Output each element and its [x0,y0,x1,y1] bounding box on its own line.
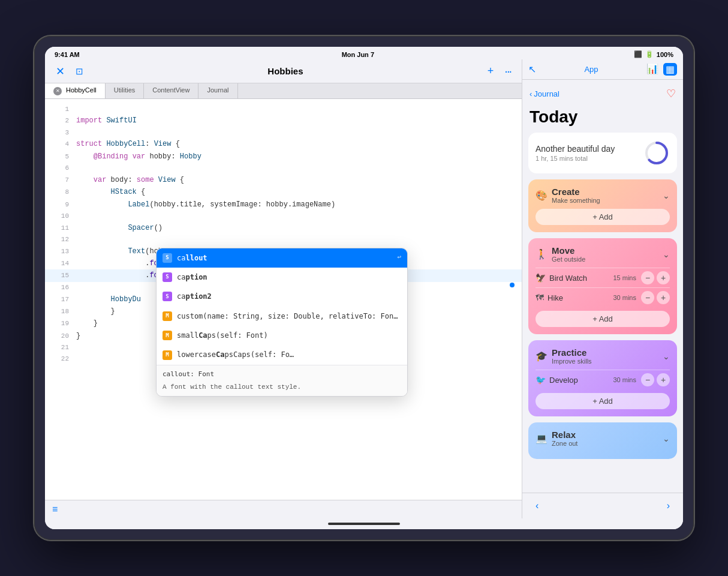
ac-item-callout[interactable]: S callout ↩ [157,248,407,268]
code-area[interactable]: 1 2import SwiftUI 3 4struct HobbyCell: V… [45,99,522,500]
file-tabs: ✕ HobbyCell Utilities ContentView Journa… [45,83,522,99]
relax-chevron-icon[interactable]: ⌄ [663,434,670,443]
editor-list-icon[interactable]: ≡ [52,504,58,515]
code-line-12: 12 [45,234,522,245]
practice-subtitle: Improve skills [552,358,592,365]
tab-utilities[interactable]: Utilities [106,83,144,98]
practice-titles: Practice Improve skills [552,347,592,365]
back-chevron-icon: ‹ [530,89,532,98]
relax-titles: Relax Zone out [552,430,577,447]
preview-toolbar: ↖ App 📊 ▦ [522,59,683,80]
move-chevron-icon[interactable]: ⌄ [663,250,670,259]
progress-circle [643,140,670,166]
move-title-area: 🚶 Move Get outside [536,245,585,263]
status-bar: 9:41 AM Mon Jun 7 ⬛ 🔋 100% [45,47,683,59]
ac-label-callout: callout [177,252,207,264]
ipad-screen: 9:41 AM Mon Jun 7 ⬛ 🔋 100% ✕ ⊡ Hobbies +… [45,47,683,529]
ac-item-lowercasecaps[interactable]: M lowercaseCapsCaps(self: Fo… [157,345,407,364]
ac-label-lowercasecaps: lowercaseCapsCaps(self: Fo… [177,349,294,361]
more-options-button[interactable]: ··· [502,63,513,79]
ipad-frame: 9:41 AM Mon Jun 7 ⬛ 🔋 100% ✕ ⊡ Hobbies +… [34,36,694,540]
status-right: ⬛ 🔋 100% [634,50,673,58]
develop-item: 🐦 Develop 30 mins − + [536,370,670,389]
journal-title: Today [528,107,677,127]
code-line-7: 7 var body: some View { [45,174,522,186]
code-panel: ✕ ⊡ Hobbies + ··· ✕ HobbyCell Utilities [45,59,522,518]
create-add-button[interactable]: + Add [536,209,670,225]
ac-badge-m1: M [163,311,172,321]
code-bottom-toolbar: ≡ [45,500,522,518]
chart-icon[interactable]: 📊 [646,63,658,76]
develop-icon: 🐦 [536,375,546,385]
ac-desc-text: A font with the callout text style. [163,382,401,393]
practice-title-area: 🎓 Practice Improve skills [536,347,592,365]
tab-contentview[interactable]: ContentView [144,83,198,98]
battery-icon: 🔋 [645,50,654,58]
ac-item-custom[interactable]: M custom(name: String, size: Double, rel… [157,307,407,326]
close-tab-icon[interactable]: ✕ [53,87,62,95]
code-line-4: 4struct HobbyCell: View { [45,138,522,150]
tab-label-utilities: Utilities [114,86,135,94]
code-line-9: 9 Label(hobby.title, systemImage: hobby.… [45,199,522,211]
prev-button[interactable]: ‹ [531,498,543,514]
preview-panel: ↖ App 📊 ▦ ‹ Journal [522,59,683,518]
ac-label-caption: caption [177,271,207,283]
code-line-11: 11 Spacer() [45,222,522,234]
create-title-area: 🎨 Create Make something [536,187,600,204]
tab-label-journal: Journal [207,86,228,94]
ac-label-custom: custom(name: String, size: Double, relat… [177,310,398,322]
battery-percent: 100% [657,51,673,58]
journal-back-button[interactable]: ‹ Journal [530,89,559,98]
code-line-8: 8 HStack { [45,186,522,198]
progress-svg [643,140,670,166]
ac-item-caption2[interactable]: S caption2 [157,287,407,306]
app-container: ✕ ⊡ Hobbies + ··· ✕ HobbyCell Utilities [45,59,683,518]
bird-watch-icon: 🦅 [536,273,546,283]
move-title: Move [552,245,585,256]
tab-hobbycell[interactable]: ✕ HobbyCell [45,83,106,98]
tab-label-contentview: ContentView [152,86,189,94]
create-title: Create [552,187,600,197]
relax-subtitle: Zone out [552,440,577,447]
next-button[interactable]: › [662,498,675,514]
ac-label-caption2: caption2 [177,290,212,302]
heart-icon[interactable]: ♡ [666,87,676,100]
create-chevron-icon[interactable]: ⌄ [663,191,670,200]
hike-plus-button[interactable]: + [657,291,670,304]
practice-icon: 🎓 [536,350,547,362]
sidebar-toggle-button[interactable]: ⊡ [73,65,86,78]
breakpoint-indicator [510,283,515,287]
develop-minus-button[interactable]: − [641,373,654,386]
code-toolbar: ✕ ⊡ Hobbies + ··· [45,59,522,83]
ac-item-caption[interactable]: S caption [157,268,407,287]
move-add-button[interactable]: + Add [536,311,670,327]
close-button[interactable]: ✕ [53,64,67,79]
app-tab[interactable]: App [578,63,604,76]
move-titles: Move Get outside [552,245,585,263]
relax-card-header: 💻 Relax Zone out ⌄ [536,430,670,447]
practice-title: Practice [552,347,592,358]
practice-chevron-icon[interactable]: ⌄ [663,352,670,361]
bird-watch-minus-button[interactable]: − [641,271,654,284]
create-icon: 🎨 [536,190,547,201]
practice-add-button[interactable]: + Add [536,393,670,409]
ac-badge-m3: M [163,350,172,360]
bird-watch-item: 🦅 Bird Watch 15 mins − + [536,268,670,287]
ac-description: callout: Font A font with the callout te… [157,365,407,396]
cursor-tool-icon[interactable]: ↖ [528,64,536,75]
today-text-area: Another beautiful day 1 hr, 15 mins tota… [536,144,637,162]
develop-time: 30 mins [613,376,636,383]
ac-item-smallcaps[interactable]: M smallCaps(self: Font) [157,326,407,345]
device-icon[interactable]: ▦ [663,63,677,76]
code-line-1: 1 [45,104,522,115]
category-card-relax: 💻 Relax Zone out ⌄ [528,422,677,459]
bird-watch-plus-button[interactable]: + [657,271,670,284]
journal-content[interactable]: ‹ Journal ♡ Today Another beautiful day … [522,80,683,493]
ac-badge-m2: M [163,331,172,340]
add-file-button[interactable]: + [485,64,497,79]
category-card-practice: 🎓 Practice Improve skills ⌄ 🐦 Develop [528,340,677,416]
tab-journal[interactable]: Journal [198,83,237,98]
develop-plus-button[interactable]: + [657,373,670,386]
ac-label-smallcaps: smallCaps(self: Font) [177,329,268,341]
hike-minus-button[interactable]: − [641,291,654,304]
